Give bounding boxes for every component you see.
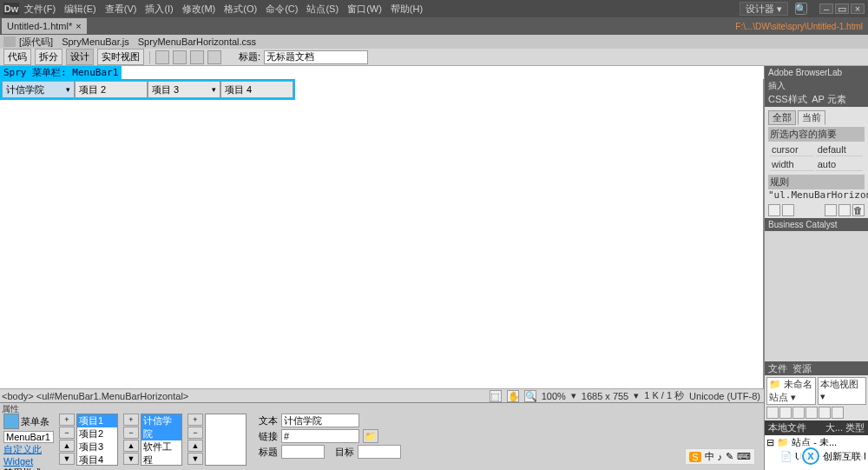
zoom-level[interactable]: 100% (542, 391, 566, 401)
menu-commands[interactable]: 命令(C) (266, 3, 298, 16)
view-split-button[interactable]: 拆分 (35, 49, 62, 65)
view-live-button[interactable]: 实时视图 (97, 49, 144, 65)
list-item[interactable]: 项目3 (77, 440, 117, 453)
title-field[interactable] (264, 50, 368, 64)
remove-item-button[interactable]: − (59, 427, 75, 439)
toolbar-icon[interactable] (190, 50, 204, 64)
menu-format[interactable]: 格式(O) (224, 3, 257, 16)
ime-icon[interactable]: ✎ (726, 451, 733, 462)
search-icon[interactable]: 🔍 (795, 3, 807, 15)
table-row[interactable]: widthauto (770, 158, 863, 171)
move-up-button[interactable]: ▲ (123, 440, 139, 452)
css-all-tab[interactable]: 全部 (768, 110, 796, 125)
toolbar-icon[interactable] (173, 50, 187, 64)
menubar-item-4[interactable]: 项目 4 (220, 81, 293, 98)
panel-files[interactable]: 文件 资源 (765, 361, 868, 375)
tab-files[interactable]: 文件 (768, 362, 787, 375)
rule-text[interactable]: "ul.MenuBarHorizontal"... (768, 189, 865, 201)
menubar-item-1[interactable]: 计信学院▾ (2, 81, 75, 98)
files-tool-icon[interactable] (792, 407, 805, 419)
view-design-button[interactable]: 设计 (66, 49, 94, 65)
css-current-tab[interactable]: 当前 (798, 110, 825, 125)
list-item[interactable]: 项目2 (77, 427, 117, 440)
table-row[interactable]: cursordefault (770, 143, 863, 156)
link-field[interactable] (281, 429, 359, 443)
workspace-switcher[interactable]: 设计器 ▾ (740, 2, 788, 16)
add-item-button[interactable]: + (187, 414, 203, 426)
remove-item-button[interactable]: − (123, 427, 139, 439)
menu-help[interactable]: 帮助(H) (391, 3, 423, 16)
panel-insert[interactable]: 插入 (765, 80, 868, 94)
move-up-button[interactable]: ▲ (187, 440, 203, 452)
target-field[interactable] (358, 445, 401, 459)
menu-edit[interactable]: 编辑(E) (64, 3, 96, 16)
add-item-button[interactable]: + (123, 414, 139, 426)
design-canvas[interactable]: 计信学院▾ 项目 2 项目 3▾ 项目 4 (0, 79, 764, 388)
document-tab[interactable]: Untitled-1.html* × (2, 18, 87, 34)
ime-toolbar[interactable]: S 中 ♪ ✎ ⌨ (685, 448, 755, 465)
css-tool-icon[interactable] (838, 204, 851, 216)
related-file-js[interactable]: SpryMenuBar.js (62, 36, 129, 47)
view-code-button[interactable]: 代码 (3, 49, 31, 65)
canvas-dimensions[interactable]: 1685 x 755 (582, 391, 628, 401)
menu-level2-list[interactable]: 计信学院 软件工程 信息管理 信息安全 (141, 414, 182, 466)
related-files-icon[interactable] (3, 36, 16, 47)
spry-widget-tag[interactable]: Spry 菜单栏: MenuBar1 (0, 66, 122, 79)
menu-level3-list[interactable] (205, 414, 247, 466)
panel-business-catalyst[interactable]: Business Catalyst (765, 218, 868, 232)
hand-tool-icon[interactable]: ✋ (507, 390, 519, 402)
tab-ap[interactable]: AP 元素 (812, 93, 846, 106)
css-tool-icon[interactable] (782, 204, 794, 216)
files-tool-icon[interactable] (806, 407, 818, 419)
menu-view[interactable]: 查看(V) (105, 3, 137, 16)
related-file-source[interactable]: [源代码] (19, 36, 53, 49)
ime-icon[interactable]: ⌨ (737, 451, 751, 462)
tab-css[interactable]: CSS样式 (768, 93, 807, 106)
site-dropdown[interactable]: 📁 未命名站点 ▾ (766, 377, 816, 405)
menu-modify[interactable]: 修改(M) (182, 3, 216, 16)
spry-menubar[interactable]: 计信学院▾ 项目 2 项目 3▾ 项目 4 (0, 79, 295, 100)
css-tool-icon[interactable] (825, 204, 837, 216)
browse-icon[interactable]: 📁 (363, 429, 378, 443)
panel-adobe-browserlab[interactable]: Adobe BrowserLab (765, 66, 868, 80)
files-tool-icon[interactable] (832, 407, 844, 419)
customize-widget-link[interactable]: 自定义此 Widget (3, 443, 54, 467)
move-down-button[interactable]: ▼ (123, 453, 139, 465)
maximize-button[interactable]: ▭ (835, 3, 849, 14)
related-file-css[interactable]: SpryMenuBarHorizontal.css (138, 36, 256, 47)
view-dropdown[interactable]: 本地视图 ▾ (818, 377, 867, 405)
move-down-button[interactable]: ▼ (187, 453, 203, 465)
text-field[interactable] (281, 414, 359, 427)
list-item[interactable]: 项目1 (77, 414, 117, 427)
remove-item-button[interactable]: − (187, 427, 203, 439)
list-item[interactable]: 软件工程 (141, 440, 181, 466)
tag-path[interactable]: <body> <ul#MenuBar1.MenuBarHorizontal> (0, 391, 190, 401)
menu-level1-list[interactable]: 项目1 项目2 项目3 项目4 (76, 414, 118, 466)
files-tool-icon[interactable] (766, 407, 779, 419)
zoom-tool-icon[interactable]: 🔍 (524, 390, 536, 402)
move-up-button[interactable]: ▲ (59, 440, 75, 452)
move-down-button[interactable]: ▼ (59, 453, 75, 465)
panel-css[interactable]: CSS样式 AP 元素 (765, 93, 868, 107)
files-tool-icon[interactable] (819, 407, 831, 419)
select-tool-icon[interactable]: ⬚ (490, 390, 502, 402)
menu-file[interactable]: 文件(F) (24, 3, 56, 16)
tab-assets[interactable]: 资源 (792, 362, 812, 375)
close-icon[interactable]: × (76, 21, 81, 31)
menu-window[interactable]: 窗口(W) (347, 3, 382, 16)
ime-icon[interactable]: ♪ (718, 452, 723, 462)
close-button[interactable]: × (851, 3, 865, 14)
list-item[interactable]: 计信学院 (141, 414, 181, 440)
toolbar-icon[interactable] (155, 50, 169, 64)
add-item-button[interactable]: + (59, 414, 75, 426)
menubar-item-3[interactable]: 项目 3▾ (148, 81, 220, 98)
css-tool-icon[interactable] (768, 204, 780, 216)
titlea-field[interactable] (281, 445, 325, 459)
menu-insert[interactable]: 插入(I) (145, 3, 173, 16)
toolbar-icon[interactable] (207, 50, 221, 64)
trash-icon[interactable]: 🗑 (852, 204, 865, 216)
ime-icon[interactable]: S (689, 452, 700, 462)
files-tool-icon[interactable] (779, 407, 792, 419)
menu-site[interactable]: 站点(S) (306, 3, 339, 16)
menubar-item-2[interactable]: 项目 2 (75, 81, 148, 98)
